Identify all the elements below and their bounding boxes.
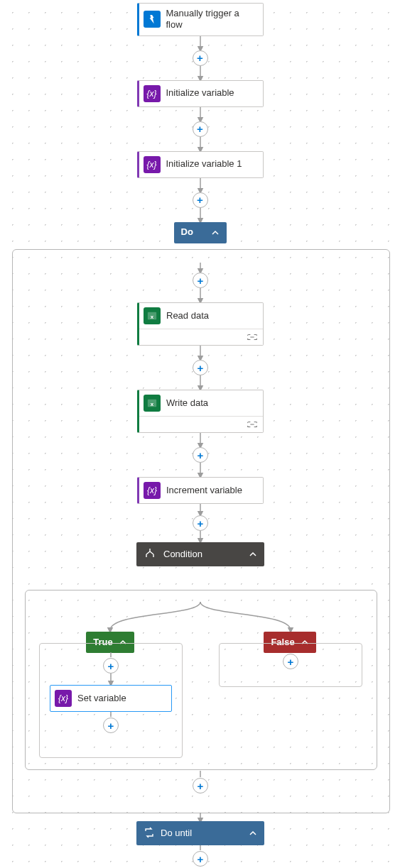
connector-arrow (197, 36, 204, 50)
connector-arrow (197, 66, 204, 80)
connector-arrow (107, 674, 114, 685)
condition-header[interactable]: Condition (136, 542, 264, 566)
connector-arrow (197, 375, 204, 390)
set-variable-label: Set variable (77, 693, 167, 704)
connector-arrow (197, 263, 204, 273)
add-step-button[interactable]: + (193, 192, 208, 208)
variable-icon: {x} (55, 690, 72, 707)
initialize-variable-label: Initialize variable (166, 87, 259, 99)
link-icon (247, 332, 257, 343)
initialize-variable-1-label: Initialize variable 1 (166, 158, 259, 170)
add-step-button[interactable]: + (193, 851, 208, 867)
connector-arrow (107, 652, 114, 658)
variable-icon: {x} (144, 482, 161, 499)
do-until-label: Do until (161, 828, 243, 839)
add-step-button[interactable]: + (193, 778, 208, 793)
add-step-button[interactable]: + (193, 360, 208, 375)
add-step-button[interactable]: + (103, 718, 119, 733)
connector-arrow (197, 208, 204, 222)
add-step-button[interactable]: + (193, 447, 208, 463)
connector-arrow (197, 433, 204, 447)
svg-text:x: x (151, 401, 154, 407)
variable-icon: {x} (144, 156, 161, 173)
initialize-variable-1-card[interactable]: {x} Initialize variable 1 (137, 151, 264, 178)
do-until-header[interactable]: Do until (136, 821, 264, 845)
connector-arrow (197, 107, 204, 121)
loop-icon (144, 827, 155, 840)
do-scope-header[interactable]: Do (174, 222, 227, 243)
initialize-variable-card[interactable]: {x} Initialize variable (137, 80, 264, 107)
manual-trigger-icon (144, 11, 161, 28)
connector-arrow (197, 463, 204, 477)
add-step-button[interactable]: + (193, 273, 208, 288)
do-label: Do (181, 226, 205, 238)
add-step-button[interactable]: + (103, 658, 119, 674)
add-step-button[interactable]: + (193, 515, 208, 531)
connector-arrow (197, 178, 204, 192)
add-step-button[interactable]: + (193, 121, 208, 137)
connector-arrow (197, 137, 204, 151)
add-step-button[interactable]: + (193, 50, 208, 66)
connector-arrow (197, 346, 204, 360)
excel-icon: x (144, 395, 161, 412)
write-data-card[interactable]: x Write data (137, 390, 264, 433)
trigger-card[interactable]: Manually trigger a flow (137, 3, 264, 36)
connector-arrow (197, 813, 204, 821)
condition-label: Condition (163, 549, 243, 560)
read-data-card[interactable]: x Read data (137, 302, 264, 346)
connector-arrow (197, 288, 204, 302)
excel-icon: x (144, 307, 161, 324)
condition-icon (144, 547, 158, 561)
read-data-label: Read data (166, 310, 259, 322)
link-icon (247, 419, 257, 430)
chevron-up-icon (211, 229, 220, 237)
connector-arrow (197, 504, 204, 515)
connector-arrow (107, 712, 114, 718)
branch-connector (25, 602, 376, 634)
add-step-button[interactable]: + (283, 654, 298, 669)
false-branch-container: + (219, 643, 362, 687)
increment-variable-card[interactable]: {x} Increment variable (137, 477, 264, 504)
trigger-label: Manually trigger a flow (166, 8, 259, 31)
variable-icon: {x} (144, 85, 161, 102)
write-data-label: Write data (166, 397, 259, 409)
connector-arrow (197, 845, 204, 851)
connector-arrow (197, 771, 204, 778)
increment-variable-label: Increment variable (166, 485, 259, 496)
set-variable-card[interactable]: {x} Set variable (50, 685, 172, 712)
chevron-up-icon (249, 829, 257, 837)
true-branch-container: + {x} Set variable + (39, 643, 183, 758)
connector-arrow (197, 531, 204, 542)
svg-text:x: x (151, 314, 154, 320)
chevron-up-icon (249, 550, 257, 559)
